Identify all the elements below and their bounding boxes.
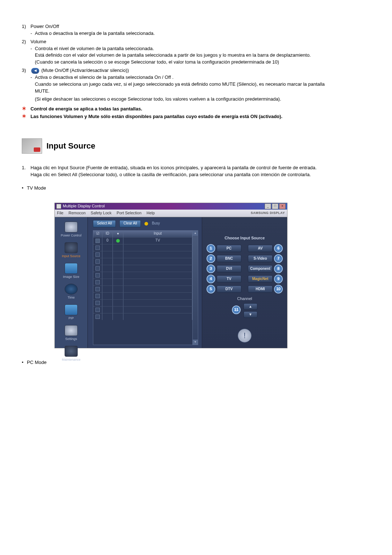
item3-line1: Activa o desactiva el silencio de la pan… (35, 74, 330, 81)
clear-all-button[interactable]: Clear All (119, 220, 141, 227)
row-check[interactable] (95, 301, 100, 305)
src-magicnet[interactable]: 9MagicNet (246, 275, 283, 283)
item2-number: 2) (22, 39, 30, 66)
scroll-up-icon[interactable]: ▲ (193, 231, 198, 236)
menu-safety[interactable]: Safety Lock (91, 210, 111, 216)
item3-line2: Cuando se selecciona un juego cada vez, … (35, 81, 330, 95)
num-icon: 6 (274, 244, 283, 253)
num-icon: 9 (274, 275, 283, 283)
bullet: • (22, 359, 27, 366)
section-title: Input Source (46, 140, 95, 152)
sidebar-item-power[interactable]: Power Control (55, 220, 87, 239)
src-pc[interactable]: 1PC (207, 244, 243, 252)
maintenance-icon (65, 346, 78, 357)
src-av[interactable]: 6AV (246, 244, 283, 252)
sidebar-label: Settings (65, 337, 77, 341)
num-icon: 8 (274, 264, 283, 273)
table-row[interactable] (93, 285, 192, 292)
busy-label: Busy (152, 221, 160, 226)
sidebar-label: Input Source (62, 254, 80, 259)
row-id: 0 (102, 238, 113, 244)
row-check[interactable] (95, 287, 100, 291)
row-check[interactable] (95, 252, 100, 257)
src-component[interactable]: 8Component (246, 265, 283, 273)
dash: - (30, 30, 35, 37)
table-row[interactable] (93, 292, 192, 299)
src-dvi[interactable]: 3DVI (207, 265, 243, 273)
channel-label: Channel (237, 296, 252, 302)
table-scrollbar[interactable]: ▲ ▼ (193, 230, 198, 345)
maximize-button[interactable]: □ (272, 203, 278, 209)
sidebar-item-maintenance[interactable]: Maintenance (55, 344, 87, 364)
num-icon: 10 (274, 285, 283, 293)
star-icon: ✶ (22, 106, 30, 113)
item1-title: Power On/Off (30, 23, 330, 30)
menu-help[interactable]: Help (147, 210, 155, 216)
table-row[interactable] (93, 313, 192, 320)
sidebar-item-settings[interactable]: Settings (55, 324, 87, 343)
src-hdmi[interactable]: 10HDMI (246, 285, 283, 293)
row-check[interactable] (95, 280, 100, 284)
close-button[interactable]: × (279, 203, 286, 209)
sidebar: Power Control Input Source Image Size Ti… (55, 217, 88, 348)
brand-label: SAMSUNG DISPLAY (251, 211, 285, 215)
num-icon: 11 (232, 305, 241, 314)
sidebar-item-time[interactable]: Time (55, 282, 87, 301)
table-row[interactable] (93, 258, 192, 265)
table-row[interactable] (93, 265, 192, 272)
row-check[interactable] (95, 239, 100, 243)
dash: - (30, 74, 35, 103)
star-icon: ✶ (22, 113, 30, 120)
menu-port[interactable]: Port Selection (117, 210, 141, 216)
mute-icon (31, 68, 39, 74)
col-check[interactable]: ☑ (93, 231, 102, 237)
sidebar-label: Power Control (61, 233, 81, 238)
scroll-down-icon[interactable]: ▼ (193, 340, 198, 345)
item2-title: Volume (30, 39, 330, 45)
table-row[interactable] (93, 306, 192, 313)
row-check[interactable] (95, 259, 100, 264)
tv-mode-label: TV Mode (27, 185, 46, 192)
item1-desc: Activa o desactiva la energía de la pant… (35, 30, 330, 37)
src-tv[interactable]: 4TV (207, 275, 243, 283)
row-check[interactable] (95, 273, 100, 278)
num-icon: 2 (207, 254, 215, 263)
item3-number: 3) (22, 67, 30, 103)
table-row[interactable]: 0 TV (93, 237, 192, 244)
table-row[interactable] (93, 279, 192, 285)
center-panel: Select All Clear All Busy ☑ ID ● Input (88, 217, 202, 348)
row-check[interactable] (95, 246, 100, 250)
row-check[interactable] (95, 315, 100, 319)
src-dtv[interactable]: 5DTV (207, 285, 243, 293)
input-icon (65, 242, 78, 253)
src-bnc[interactable]: 2BNC (207, 255, 243, 263)
row-check[interactable] (95, 308, 100, 312)
sidebar-item-image[interactable]: Image Size (55, 262, 87, 281)
minimize-button[interactable]: _ (265, 203, 271, 209)
sidebar-item-pip[interactable]: PIP (55, 303, 87, 322)
table-row[interactable] (93, 244, 192, 251)
item2-line1: Controla el nivel de volumen de la panta… (35, 45, 330, 52)
item3-line3: (Si elige deshacer las selecciones o esc… (35, 96, 330, 103)
pip-icon (65, 304, 78, 315)
src-svideo[interactable]: 7S-Video (246, 255, 283, 263)
table-row[interactable] (93, 299, 192, 306)
channel-up-button[interactable]: ▲ (244, 303, 257, 310)
star-text-1: Control de energía se aplica a todas las… (30, 106, 330, 113)
item1-number: 1) (22, 23, 30, 37)
pc-mode-label: PC Mode (27, 359, 46, 366)
titlebar-text: Multiple Display Control (63, 203, 105, 209)
row-check[interactable] (95, 266, 100, 271)
intro-number: 1. (22, 165, 30, 178)
dash: - (30, 45, 35, 66)
row-check[interactable] (95, 294, 100, 298)
table-row[interactable] (93, 251, 192, 258)
select-all-button[interactable]: Select All (93, 220, 116, 227)
channel-down-button[interactable]: ▼ (244, 311, 257, 318)
sidebar-item-input[interactable]: Input Source (55, 241, 87, 260)
menu-file[interactable]: File (57, 210, 64, 216)
sidebar-label: Time (68, 295, 75, 300)
info-icon[interactable]: ! (238, 329, 252, 343)
menu-remocon[interactable]: Remocon (69, 210, 86, 216)
table-row[interactable] (93, 272, 192, 279)
